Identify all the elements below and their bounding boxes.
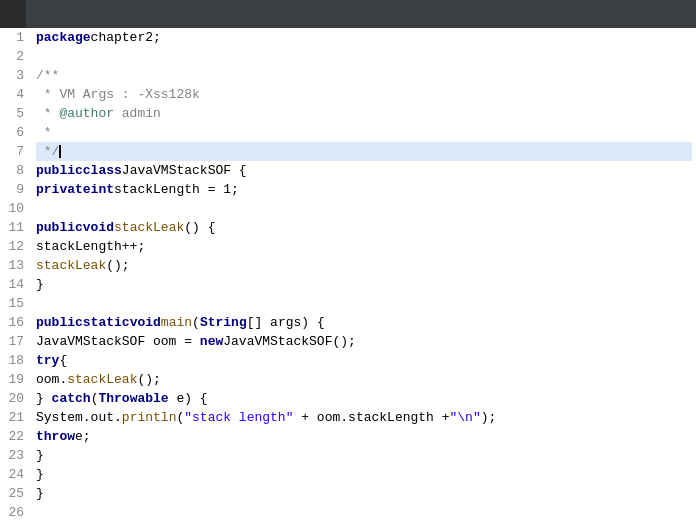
editor-window: 1234567891011121314151617181920212223242… [0,0,696,523]
line-number: 4 [4,85,24,104]
line-number: 9 [4,180,24,199]
code-line [36,294,692,313]
line-number: 25 [4,484,24,503]
code-line: */ [36,142,692,161]
line-number: 7 [4,142,24,161]
code-line: * @author admin [36,104,692,123]
line-number: 11 [4,218,24,237]
code-line: stackLeak(); [36,256,692,275]
code-line: public void stackLeak() { [36,218,692,237]
code-line: * [36,123,692,142]
code-line: package chapter2; [36,28,692,47]
code-line: stackLength++; [36,237,692,256]
line-number: 6 [4,123,24,142]
line-number: 10 [4,199,24,218]
line-number: 12 [4,237,24,256]
tab-item[interactable] [0,0,27,28]
code-line: * VM Args : -Xss128k [36,85,692,104]
code-line [36,199,692,218]
line-number: 18 [4,351,24,370]
code-area[interactable]: package chapter2; /** * VM Args : -Xss12… [32,28,696,523]
code-line: } [36,465,692,484]
line-number: 21 [4,408,24,427]
line-number: 26 [4,503,24,522]
line-numbers: 1234567891011121314151617181920212223242… [0,28,32,523]
code-line: oom.stackLeak(); [36,370,692,389]
line-number: 24 [4,465,24,484]
line-number: 22 [4,427,24,446]
code-line: } [36,446,692,465]
line-number: 20 [4,389,24,408]
code-line: public class JavaVMStackSOF { [36,161,692,180]
line-number: 15 [4,294,24,313]
line-number: 5 [4,104,24,123]
code-line: } [36,275,692,294]
line-number: 19 [4,370,24,389]
line-number: 17 [4,332,24,351]
line-number: 13 [4,256,24,275]
code-line: public static void main(String[] args) { [36,313,692,332]
line-number: 23 [4,446,24,465]
code-line: JavaVMStackSOF oom = new JavaVMStackSOF(… [36,332,692,351]
editor-body: 1234567891011121314151617181920212223242… [0,28,696,523]
line-number: 16 [4,313,24,332]
code-line: /** [36,66,692,85]
line-number: 8 [4,161,24,180]
code-line [36,503,692,522]
code-line: private int stackLength = 1; [36,180,692,199]
line-number: 1 [4,28,24,47]
line-number: 3 [4,66,24,85]
code-line: } [36,484,692,503]
line-number: 2 [4,47,24,66]
line-number: 14 [4,275,24,294]
code-line: } catch (Throwable e) { [36,389,692,408]
code-line: try { [36,351,692,370]
code-line: throw e; [36,427,692,446]
code-line [36,47,692,66]
code-line: System.out.println("stack length" + oom.… [36,408,692,427]
tab-bar [0,0,696,28]
